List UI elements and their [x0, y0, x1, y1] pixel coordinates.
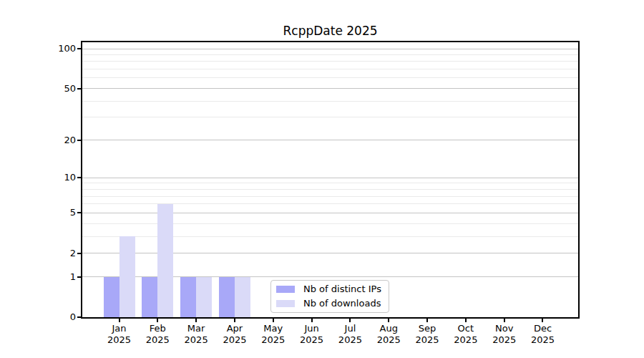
y-tick-label: 10 [0, 172, 76, 183]
legend-label-downloads: Nb of downloads [303, 298, 381, 309]
bar-nb-of-distinct-ips-mar [180, 277, 196, 317]
y-tick-label: 2 [0, 248, 76, 259]
chart-title: RcppDate 2025 [81, 24, 580, 38]
gridline-major [82, 213, 578, 213]
legend-swatch-distinct-ips [276, 286, 295, 293]
x-tick-mark [119, 319, 120, 322]
legend-row-distinct-ips: Nb of distinct IPs [271, 282, 389, 296]
gridline-minor [82, 223, 578, 224]
y-tick-mark [77, 253, 81, 254]
x-tick-mark [388, 319, 389, 322]
x-tick-mark [465, 319, 467, 322]
bar-nb-of-downloads-apr [235, 277, 250, 317]
chart-canvas: RcppDate 2025 Nb of distinct IPs Nb of d… [0, 0, 644, 358]
x-tick-label-month: Dec [519, 323, 565, 334]
y-tick-mark [77, 212, 81, 213]
gridline-minor [82, 101, 578, 102]
y-tick-label: 50 [0, 83, 76, 95]
gridline-minor [82, 236, 578, 237]
plot-area [81, 41, 580, 319]
x-tick-mark [349, 319, 351, 322]
bar-nb-of-downloads-feb [157, 204, 173, 317]
gridline-minor [82, 203, 578, 204]
x-tick-mark [426, 319, 428, 322]
y-tick-label: 100 [0, 43, 76, 54]
y-tick-label: 1 [0, 271, 76, 283]
gridline-minor [82, 69, 578, 69]
legend-row-downloads: Nb of downloads [271, 296, 389, 311]
y-tick-label: 20 [0, 135, 76, 146]
bar-nb-of-distinct-ips-feb [142, 277, 157, 317]
x-tick-mark [157, 319, 158, 322]
legend-label-distinct-ips: Nb of distinct IPs [303, 284, 381, 295]
gridline-minor [82, 61, 578, 62]
y-tick-mark [77, 88, 81, 90]
x-tick-mark [311, 319, 313, 322]
bar-nb-of-downloads-jan [119, 236, 135, 317]
bar-nb-of-distinct-ips-apr [219, 277, 235, 317]
y-tick-mark [77, 177, 81, 178]
y-tick-mark [77, 276, 81, 278]
bar-nb-of-distinct-ips-jan [104, 277, 119, 317]
y-tick-mark [77, 316, 81, 318]
gridline-minor [82, 183, 578, 183]
y-tick-label: 0 [0, 311, 76, 323]
x-tick-mark [234, 319, 235, 322]
gridline-minor [82, 77, 578, 78]
x-tick-mark [273, 319, 274, 322]
y-tick-label: 5 [0, 207, 76, 218]
gridline-major [82, 253, 578, 253]
gridline-major [82, 140, 578, 140]
y-tick-mark [77, 140, 81, 141]
y-tick-mark [77, 48, 81, 49]
x-tick-mark [542, 319, 543, 322]
x-tick-label: Dec2025 [519, 323, 565, 346]
gridline-minor [82, 117, 578, 117]
gridline-minor [82, 196, 578, 197]
gridline-major [82, 49, 578, 49]
gridline-minor [82, 189, 578, 190]
gridline-major [82, 178, 578, 178]
x-tick-label-year: 2025 [519, 334, 565, 346]
x-tick-mark [504, 319, 505, 322]
legend-swatch-downloads [276, 300, 295, 307]
x-tick-mark [195, 319, 197, 322]
legend: Nb of distinct IPs Nb of downloads [270, 280, 389, 313]
bar-nb-of-downloads-mar [196, 277, 212, 317]
gridline-major [82, 88, 578, 89]
gridline-minor [82, 54, 578, 55]
